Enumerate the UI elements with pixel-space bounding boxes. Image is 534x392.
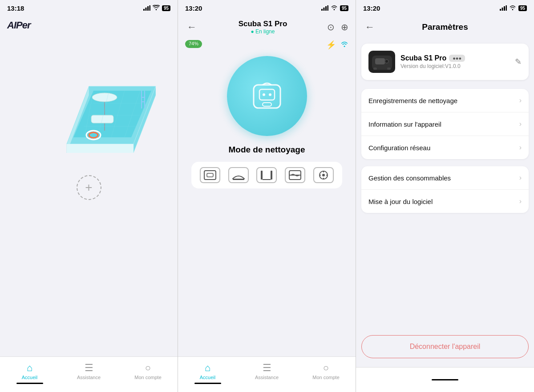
svg-marker-8 [67,144,134,153]
mode-bottom[interactable] [228,167,249,183]
mode-waterline[interactable] [285,167,305,183]
nav-compte[interactable]: ○ Mon compte [118,360,178,382]
add-device-button[interactable]: + [77,175,101,200]
settings-title: Paramètres [376,22,514,32]
phone-3: 13:20 95 ← Paramètres [356,0,534,392]
mode-section: Mode de nettoyage [178,140,356,356]
settings-mise-a-jour-label: Mise à jour du logiciel [368,198,433,205]
wifi-icon-3 [509,5,516,12]
svg-rect-27 [325,6,327,11]
robot-svg [247,76,287,116]
account-icon: ○ [145,362,151,374]
nav-accueil-label-2: Accueil [200,375,215,380]
spacer [356,216,534,326]
bottom-nav-3 [356,367,534,392]
settings-information-label: Information sur l'appareil [368,120,441,128]
svg-rect-0 [143,9,145,11]
mode-auto[interactable] [313,167,334,183]
svg-rect-37 [261,171,263,180]
nav-accueil[interactable]: ⌂ Accueil [0,360,59,386]
mode-title: Mode de nettoyage [187,145,347,155]
device-name-badge: ●●● [449,55,465,62]
svg-point-55 [385,60,388,63]
wifi-conn-icon [340,40,348,50]
device-info: Scuba S1 Pro ●●● Version du logiciel:V1.… [400,54,510,69]
chevron-icon-1: › [519,96,522,104]
nav-accueil-label: Accueil [22,375,37,380]
settings-section-1: Enregistrements de nettoyage › Informati… [361,89,529,159]
assistance-icon-2: ☰ [263,362,271,374]
status-time-1: 13:18 [7,4,24,12]
plus-icon: + [85,181,92,194]
status-bar-3: 13:20 95 [356,0,534,16]
svg-rect-49 [502,8,503,11]
battery-badge-3: 95 [518,5,527,11]
nav-accueil-2[interactable]: ⌂ Accueil [178,360,237,386]
settings-configuration[interactable]: Configuration réseau › [361,136,529,159]
settings-information[interactable]: Information sur l'appareil › [361,112,529,136]
device-thumbnail [368,51,395,73]
edit-device-icon[interactable]: ✎ [515,57,522,67]
svg-rect-29 [254,85,280,108]
device-header: ← Scuba S1 Pro ● En ligne ⊙ ⊕ [178,16,356,38]
settings-section-2: Gestion des consommables › Mise à jour d… [361,166,529,213]
wifi-icon-2 [331,5,338,12]
signal-icon-3 [500,5,507,11]
svg-point-12 [92,93,117,102]
disconnect-button[interactable]: Déconnecter l'appareil [361,335,529,358]
svg-rect-56 [373,68,377,70]
header-center-2: Scuba S1 Pro ● En ligne [239,20,287,35]
settings-gestion[interactable]: Gestion des consommables › [361,166,529,190]
phone-2: 13:20 95 ← Scuba S1 Pro ● En ligne [178,0,356,392]
status-bar-1: 13:18 95 [0,0,178,16]
settings-enregistrements[interactable]: Enregistrements de nettoyage › [361,89,529,112]
pool-illustration [22,37,156,171]
status-icons-2: 95 [321,5,348,12]
svg-rect-26 [323,8,324,11]
settings-configuration-label: Configuration réseau [368,144,430,152]
svg-rect-2 [147,6,149,11]
mode-walls[interactable] [256,167,277,183]
battery-level-row: 74% [185,40,202,48]
status-time-3: 13:20 [363,4,380,12]
svg-point-31 [263,93,265,96]
nav-indicator-accueil [16,383,43,384]
settings-mise-a-jour[interactable]: Mise à jour du logiciel › [361,190,529,213]
bottom-nav-2: ⌂ Accueil ☰ Assistance ○ Mon compte [178,356,356,392]
phone1-main: + [0,33,178,356]
assistance-icon: ☰ [85,362,93,374]
nav-assistance-2[interactable]: ☰ Assistance [237,360,296,382]
back-button-2[interactable]: ← [185,20,198,35]
nav-assistance[interactable]: ☰ Assistance [59,360,118,382]
robot-circle[interactable] [227,56,307,136]
header-icons-2: ⊙ ⊕ [327,22,348,32]
account-icon-2: ○ [323,362,329,374]
svg-point-43 [322,174,325,176]
svg-rect-48 [500,9,501,11]
svg-rect-57 [387,68,391,70]
aiper-logo: AIPer [7,20,30,31]
nav-compte-label-2: Mon compte [312,375,340,380]
bluetooth-icon: ⚡ [326,40,336,50]
svg-rect-3 [149,5,150,11]
settings-icon[interactable]: ⊕ [341,22,348,32]
app-header-1: AIPer [0,16,178,33]
device-status: ● En ligne [251,28,275,35]
home-icon: ⌂ [27,362,32,374]
bell-icon[interactable]: ⊙ [327,22,335,32]
mode-full-pool[interactable] [200,167,220,183]
svg-rect-53 [375,58,385,64]
battery-level: 74% [185,40,202,48]
svg-rect-33 [263,103,271,106]
mode-icons-row [191,162,342,188]
bottom-nav-1: ⌂ Accueil ☰ Assistance ○ Mon compte [0,356,178,392]
nav-compte-2[interactable]: ○ Mon compte [296,360,356,382]
svg-rect-1 [145,8,146,11]
back-button-3[interactable]: ← [363,20,376,35]
nav-assistance-label-2: Assistance [255,375,279,380]
svg-rect-28 [327,5,328,11]
status-icons-3: 95 [500,5,527,12]
svg-rect-36 [233,179,244,180]
status-bar-2: 13:20 95 [178,0,356,16]
device-name: Scuba S1 Pro ●●● [400,54,510,62]
